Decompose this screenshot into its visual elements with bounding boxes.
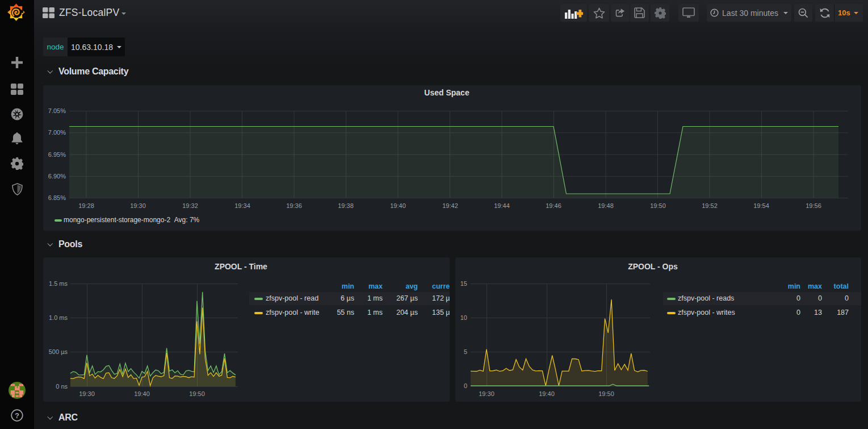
svg-text:?: ?	[15, 411, 19, 420]
